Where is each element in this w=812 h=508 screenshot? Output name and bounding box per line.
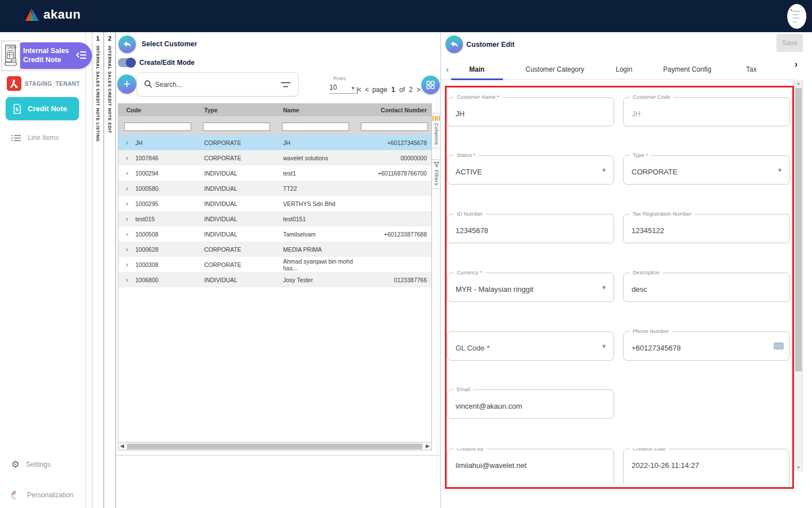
table-row[interactable]: ›1000308 CORPORATE Ahmad syarqawi bin mo… bbox=[118, 257, 431, 272]
grid-view-button[interactable] bbox=[421, 76, 440, 94]
cell-contact: 00000000 bbox=[355, 155, 431, 161]
tax-registration-number-field[interactable]: Tax Registration Number 12345122 bbox=[623, 214, 790, 243]
scroll-left-icon[interactable]: ◀ bbox=[120, 443, 124, 449]
brand-triangle-icon bbox=[25, 8, 39, 21]
first-page-button[interactable]: |< bbox=[356, 86, 361, 94]
chevron-down-icon[interactable]: ▼ bbox=[601, 167, 607, 173]
field-label: Status * bbox=[454, 152, 478, 158]
chevron-down-icon: ▼ bbox=[351, 86, 355, 91]
tabs-scroll-right-icon[interactable]: › bbox=[795, 59, 797, 69]
email-field[interactable]: Email vincent@akaun.com bbox=[447, 389, 614, 419]
sidebar-item-credit-note[interactable]: $ Credit Note bbox=[6, 97, 79, 120]
vertical-scrollbar[interactable]: ▲ ▼ bbox=[794, 80, 803, 471]
column-header[interactable]: Type bbox=[197, 107, 276, 113]
tab-tax[interactable]: Tax bbox=[746, 65, 757, 73]
sidebar-item-label: Settings bbox=[26, 461, 50, 468]
table-row[interactable]: ›1000508 INDIVIDUAL Tamilselvam +6012338… bbox=[118, 226, 431, 242]
sidebar-item-line-items[interactable]: Line Items bbox=[11, 134, 59, 142]
scrollbar-thumb[interactable] bbox=[795, 88, 802, 371]
scroll-up-icon[interactable]: ▲ bbox=[795, 81, 802, 86]
columns-side-tab[interactable]: Columns bbox=[432, 113, 441, 148]
workspace-tab-label: INTERNAL SALES CREDIT NOTE LISTING bbox=[95, 46, 100, 142]
chevron-down-icon[interactable]: ▼ bbox=[601, 284, 607, 291]
customer-name-field[interactable]: Customer Name * JH bbox=[447, 97, 614, 126]
table-row[interactable]: ›1000294 INDIVIDUAL test1 +6011687876670… bbox=[118, 165, 431, 181]
cell-type: CORPORATE bbox=[197, 139, 276, 146]
row-expand-icon[interactable]: › bbox=[126, 230, 128, 238]
table-row[interactable]: ›JH CORPORATE JH +60127345678 bbox=[118, 135, 431, 150]
row-expand-icon[interactable]: › bbox=[126, 139, 128, 147]
tab-payment-config[interactable]: Payment Config bbox=[663, 65, 711, 73]
row-expand-icon[interactable]: › bbox=[126, 200, 128, 208]
row-expand-icon[interactable]: › bbox=[126, 246, 128, 253]
chevron-down-icon[interactable]: ▼ bbox=[601, 343, 607, 349]
filters-side-tab[interactable]: Filters bbox=[432, 159, 441, 189]
field-label: Type * bbox=[630, 152, 651, 158]
back-button[interactable] bbox=[445, 36, 463, 53]
sidebar-item-settings[interactable]: ⚙ Settings bbox=[11, 460, 51, 469]
prev-page-button[interactable]: < bbox=[365, 86, 368, 94]
horizontal-scrollbar[interactable]: ◀ ▶ bbox=[118, 442, 431, 450]
filter-icon[interactable] bbox=[281, 82, 290, 88]
filter-input-type[interactable] bbox=[203, 122, 270, 131]
description-field[interactable]: Description desc bbox=[623, 273, 790, 302]
table-row[interactable]: ›1007846 CORPORATE wavelet solutions 000… bbox=[118, 150, 431, 165]
keypad-icon[interactable]: ··· bbox=[774, 343, 784, 350]
tab-main[interactable]: Main bbox=[469, 65, 484, 73]
tab-bar: ‹ Main Customer Category Login Payment C… bbox=[441, 61, 794, 80]
row-expand-icon[interactable]: › bbox=[126, 276, 128, 284]
chevron-down-icon[interactable]: ▼ bbox=[777, 167, 783, 173]
next-page-button[interactable]: > bbox=[417, 86, 420, 94]
table-row[interactable]: ›1006800 INDIVIDUAL Josy Tester 01233877… bbox=[118, 272, 431, 287]
field-value: 12345678 bbox=[456, 226, 488, 234]
gl-code-select[interactable]: GL Code * ▼ bbox=[447, 331, 614, 361]
scroll-right-icon[interactable]: ▶ bbox=[426, 443, 430, 449]
column-header[interactable]: Name bbox=[276, 107, 355, 113]
tab-login[interactable]: Login bbox=[616, 65, 632, 73]
sidebar-item-personalization[interactable]: Personalization bbox=[11, 491, 73, 500]
back-button[interactable] bbox=[118, 36, 136, 53]
tenant-row[interactable]: STAGING_TENANT bbox=[0, 76, 86, 93]
scroll-down-icon[interactable]: ▼ bbox=[795, 465, 802, 470]
tab-customer-category[interactable]: Customer Category bbox=[526, 65, 584, 73]
type-select[interactable]: Type * CORPORATE ▼ bbox=[623, 155, 790, 185]
save-button[interactable]: Save bbox=[776, 34, 803, 52]
row-expand-icon[interactable]: › bbox=[126, 185, 128, 192]
rows-per-page-select[interactable]: 10 ▼ bbox=[329, 84, 356, 94]
phone-number-field[interactable]: Phone Number +60127345678 ··· bbox=[623, 331, 790, 361]
user-avatar[interactable] bbox=[787, 4, 806, 29]
create-edit-mode-toggle[interactable] bbox=[118, 58, 135, 67]
currency-select[interactable]: Currency * MYR - Malaysian ringgit ▼ bbox=[447, 273, 614, 302]
page-word: page bbox=[372, 86, 387, 94]
filter-input-contact[interactable] bbox=[361, 122, 428, 131]
row-expand-icon[interactable]: › bbox=[126, 154, 128, 162]
workspace-tab-edit[interactable]: 2 INTERNAL SALES CREDIT NOTE EDIT bbox=[104, 32, 116, 508]
scrollbar-thumb[interactable] bbox=[127, 444, 422, 449]
add-button[interactable]: + bbox=[117, 75, 136, 94]
table-row[interactable]: ›test015 INDIVIDUAL test0151 bbox=[118, 211, 431, 226]
row-expand-icon[interactable]: › bbox=[126, 261, 128, 269]
row-expand-icon[interactable]: › bbox=[126, 169, 128, 177]
sidebar-item-label: Credit Note bbox=[28, 104, 67, 113]
tabs-scroll-left-icon[interactable]: ‹ bbox=[446, 65, 449, 74]
row-expand-icon[interactable]: › bbox=[126, 215, 128, 223]
filter-input-name[interactable] bbox=[282, 122, 349, 131]
module-header[interactable]: Internal Sales Credit Note bbox=[19, 42, 92, 69]
cell-type: INDIVIDUAL bbox=[197, 216, 276, 222]
table-row[interactable]: ›1000580 INDIVIDUAL TT22 bbox=[118, 181, 431, 196]
filter-input-code[interactable] bbox=[124, 122, 191, 131]
status-select[interactable]: Status * ACTIVE ▼ bbox=[447, 155, 614, 185]
column-header[interactable]: Contact Number bbox=[355, 107, 431, 113]
column-header[interactable]: Code bbox=[118, 107, 197, 113]
cell-name: test0151 bbox=[276, 216, 355, 222]
search-input[interactable] bbox=[155, 78, 268, 91]
table-row[interactable]: ›1000295 INDIVIDUAL VERTHYS Sdn Bhd bbox=[118, 196, 431, 211]
table-row[interactable]: ›1000628 CORPORATE MEDIA PRIMA bbox=[118, 242, 431, 257]
cell-type: INDIVIDUAL bbox=[197, 200, 276, 207]
workspace-tab-listing[interactable]: 1 INTERNAL SALES CREDIT NOTE LISTING bbox=[92, 32, 104, 508]
field-value: vincent@akaun.com bbox=[456, 401, 522, 410]
collapse-menu-icon[interactable] bbox=[76, 50, 87, 60]
cell-type: INDIVIDUAL bbox=[197, 277, 276, 283]
field-value: MYR - Malaysian ringgit bbox=[456, 284, 533, 293]
id-number-field[interactable]: ID Number 12345678 bbox=[447, 214, 614, 243]
